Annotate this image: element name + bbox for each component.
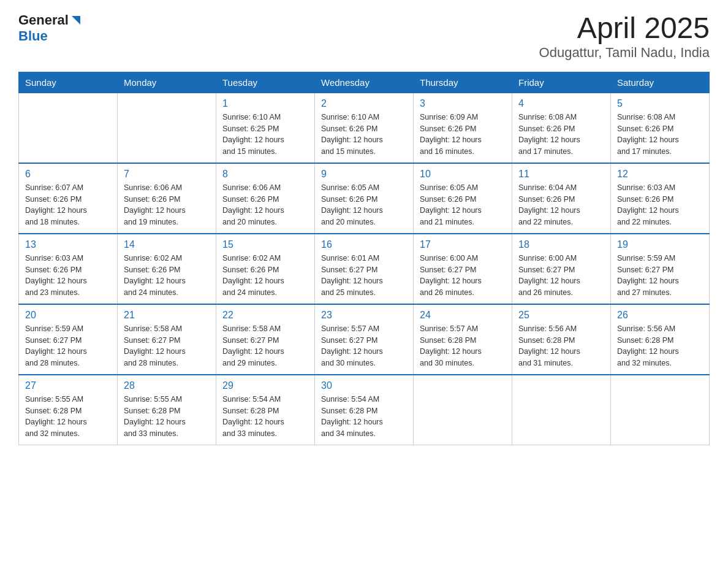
calendar-table: Sunday Monday Tuesday Wednesday Thursday…	[18, 72, 710, 445]
day-number: 10	[420, 169, 506, 180]
calendar-cell	[19, 93, 118, 163]
day-info: Sunrise: 6:04 AM Sunset: 6:26 PM Dayligh…	[518, 182, 604, 228]
calendar-cell: 5Sunrise: 6:08 AM Sunset: 6:26 PM Daylig…	[611, 93, 710, 163]
day-info: Sunrise: 5:56 AM Sunset: 6:28 PM Dayligh…	[617, 323, 703, 369]
calendar-week-row: 13Sunrise: 6:03 AM Sunset: 6:26 PM Dayli…	[19, 234, 710, 304]
title-block: April 2025 Odugattur, Tamil Nadu, India	[539, 12, 710, 61]
calendar-cell: 25Sunrise: 5:56 AM Sunset: 6:28 PM Dayli…	[512, 304, 611, 375]
calendar-cell	[118, 93, 216, 163]
col-sunday: Sunday	[19, 72, 118, 93]
calendar-cell: 23Sunrise: 5:57 AM Sunset: 6:27 PM Dayli…	[315, 304, 414, 375]
day-info: Sunrise: 5:55 AM Sunset: 6:28 PM Dayligh…	[25, 394, 111, 440]
day-info: Sunrise: 6:01 AM Sunset: 6:27 PM Dayligh…	[321, 253, 407, 299]
calendar-cell: 17Sunrise: 6:00 AM Sunset: 6:27 PM Dayli…	[414, 234, 512, 304]
calendar-header-row: Sunday Monday Tuesday Wednesday Thursday…	[19, 72, 710, 93]
day-number: 1	[222, 98, 308, 109]
calendar-cell: 27Sunrise: 5:55 AM Sunset: 6:28 PM Dayli…	[19, 375, 118, 445]
day-info: Sunrise: 6:02 AM Sunset: 6:26 PM Dayligh…	[124, 253, 210, 299]
calendar-cell: 24Sunrise: 5:57 AM Sunset: 6:28 PM Dayli…	[414, 304, 512, 375]
day-number: 25	[518, 310, 604, 321]
day-number: 11	[518, 169, 604, 180]
day-number: 12	[617, 169, 703, 180]
page-header: General Blue April 2025 Odugattur, Tamil…	[18, 12, 710, 61]
calendar-cell: 12Sunrise: 6:03 AM Sunset: 6:26 PM Dayli…	[611, 163, 710, 234]
col-monday: Monday	[118, 72, 216, 93]
calendar-week-row: 20Sunrise: 5:59 AM Sunset: 6:27 PM Dayli…	[19, 304, 710, 375]
calendar-week-row: 6Sunrise: 6:07 AM Sunset: 6:26 PM Daylig…	[19, 163, 710, 234]
day-info: Sunrise: 6:10 AM Sunset: 6:25 PM Dayligh…	[222, 112, 308, 158]
calendar-cell	[414, 375, 512, 445]
day-number: 30	[321, 380, 407, 391]
day-info: Sunrise: 5:57 AM Sunset: 6:28 PM Dayligh…	[420, 323, 506, 369]
day-info: Sunrise: 6:08 AM Sunset: 6:26 PM Dayligh…	[518, 112, 604, 158]
svg-marker-0	[72, 16, 80, 25]
calendar-cell	[611, 375, 710, 445]
calendar-cell	[512, 375, 611, 445]
calendar-cell: 7Sunrise: 6:06 AM Sunset: 6:26 PM Daylig…	[118, 163, 216, 234]
col-saturday: Saturday	[611, 72, 710, 93]
calendar-cell: 22Sunrise: 5:58 AM Sunset: 6:27 PM Dayli…	[216, 304, 315, 375]
calendar-cell: 8Sunrise: 6:06 AM Sunset: 6:26 PM Daylig…	[216, 163, 315, 234]
logo-triangle-icon	[69, 13, 83, 27]
day-info: Sunrise: 6:08 AM Sunset: 6:26 PM Dayligh…	[617, 112, 703, 158]
day-info: Sunrise: 5:59 AM Sunset: 6:27 PM Dayligh…	[617, 253, 703, 299]
day-number: 20	[25, 310, 111, 321]
calendar-cell: 19Sunrise: 5:59 AM Sunset: 6:27 PM Dayli…	[611, 234, 710, 304]
day-info: Sunrise: 6:00 AM Sunset: 6:27 PM Dayligh…	[420, 253, 506, 299]
day-info: Sunrise: 5:59 AM Sunset: 6:27 PM Dayligh…	[25, 323, 111, 369]
calendar-cell: 18Sunrise: 6:00 AM Sunset: 6:27 PM Dayli…	[512, 234, 611, 304]
day-number: 14	[124, 239, 210, 250]
day-info: Sunrise: 6:03 AM Sunset: 6:26 PM Dayligh…	[617, 182, 703, 228]
day-info: Sunrise: 6:09 AM Sunset: 6:26 PM Dayligh…	[420, 112, 506, 158]
calendar-cell: 15Sunrise: 6:02 AM Sunset: 6:26 PM Dayli…	[216, 234, 315, 304]
calendar-cell: 26Sunrise: 5:56 AM Sunset: 6:28 PM Dayli…	[611, 304, 710, 375]
calendar-cell: 1Sunrise: 6:10 AM Sunset: 6:25 PM Daylig…	[216, 93, 315, 163]
day-info: Sunrise: 5:54 AM Sunset: 6:28 PM Dayligh…	[222, 394, 308, 440]
day-number: 2	[321, 98, 407, 109]
calendar-cell: 13Sunrise: 6:03 AM Sunset: 6:26 PM Dayli…	[19, 234, 118, 304]
day-info: Sunrise: 5:57 AM Sunset: 6:27 PM Dayligh…	[321, 323, 407, 369]
logo: General Blue	[18, 12, 83, 44]
day-number: 3	[420, 98, 506, 109]
day-number: 22	[222, 310, 308, 321]
calendar-cell: 4Sunrise: 6:08 AM Sunset: 6:26 PM Daylig…	[512, 93, 611, 163]
col-thursday: Thursday	[414, 72, 512, 93]
day-info: Sunrise: 5:58 AM Sunset: 6:27 PM Dayligh…	[124, 323, 210, 369]
day-info: Sunrise: 5:54 AM Sunset: 6:28 PM Dayligh…	[321, 394, 407, 440]
day-info: Sunrise: 5:58 AM Sunset: 6:27 PM Dayligh…	[222, 323, 308, 369]
day-number: 19	[617, 239, 703, 250]
page-subtitle: Odugattur, Tamil Nadu, India	[539, 45, 710, 61]
day-info: Sunrise: 6:07 AM Sunset: 6:26 PM Dayligh…	[25, 182, 111, 228]
calendar-cell: 2Sunrise: 6:10 AM Sunset: 6:26 PM Daylig…	[315, 93, 414, 163]
day-info: Sunrise: 6:00 AM Sunset: 6:27 PM Dayligh…	[518, 253, 604, 299]
day-number: 8	[222, 169, 308, 180]
day-number: 13	[25, 239, 111, 250]
day-number: 5	[617, 98, 703, 109]
day-info: Sunrise: 6:03 AM Sunset: 6:26 PM Dayligh…	[25, 253, 111, 299]
day-info: Sunrise: 6:06 AM Sunset: 6:26 PM Dayligh…	[124, 182, 210, 228]
calendar-week-row: 27Sunrise: 5:55 AM Sunset: 6:28 PM Dayli…	[19, 375, 710, 445]
day-info: Sunrise: 5:55 AM Sunset: 6:28 PM Dayligh…	[124, 394, 210, 440]
logo-blue-text: Blue	[18, 28, 48, 44]
day-number: 18	[518, 239, 604, 250]
day-info: Sunrise: 6:10 AM Sunset: 6:26 PM Dayligh…	[321, 112, 407, 158]
col-friday: Friday	[512, 72, 611, 93]
day-info: Sunrise: 6:05 AM Sunset: 6:26 PM Dayligh…	[420, 182, 506, 228]
calendar-cell: 14Sunrise: 6:02 AM Sunset: 6:26 PM Dayli…	[118, 234, 216, 304]
day-number: 24	[420, 310, 506, 321]
calendar-week-row: 1Sunrise: 6:10 AM Sunset: 6:25 PM Daylig…	[19, 93, 710, 163]
calendar-cell: 6Sunrise: 6:07 AM Sunset: 6:26 PM Daylig…	[19, 163, 118, 234]
col-wednesday: Wednesday	[315, 72, 414, 93]
calendar-cell: 29Sunrise: 5:54 AM Sunset: 6:28 PM Dayli…	[216, 375, 315, 445]
day-number: 4	[518, 98, 604, 109]
day-number: 21	[124, 310, 210, 321]
day-info: Sunrise: 6:05 AM Sunset: 6:26 PM Dayligh…	[321, 182, 407, 228]
calendar-cell: 9Sunrise: 6:05 AM Sunset: 6:26 PM Daylig…	[315, 163, 414, 234]
day-number: 28	[124, 380, 210, 391]
calendar-cell: 20Sunrise: 5:59 AM Sunset: 6:27 PM Dayli…	[19, 304, 118, 375]
day-number: 7	[124, 169, 210, 180]
page-title: April 2025	[539, 12, 710, 45]
day-info: Sunrise: 5:56 AM Sunset: 6:28 PM Dayligh…	[518, 323, 604, 369]
day-number: 23	[321, 310, 407, 321]
col-tuesday: Tuesday	[216, 72, 315, 93]
